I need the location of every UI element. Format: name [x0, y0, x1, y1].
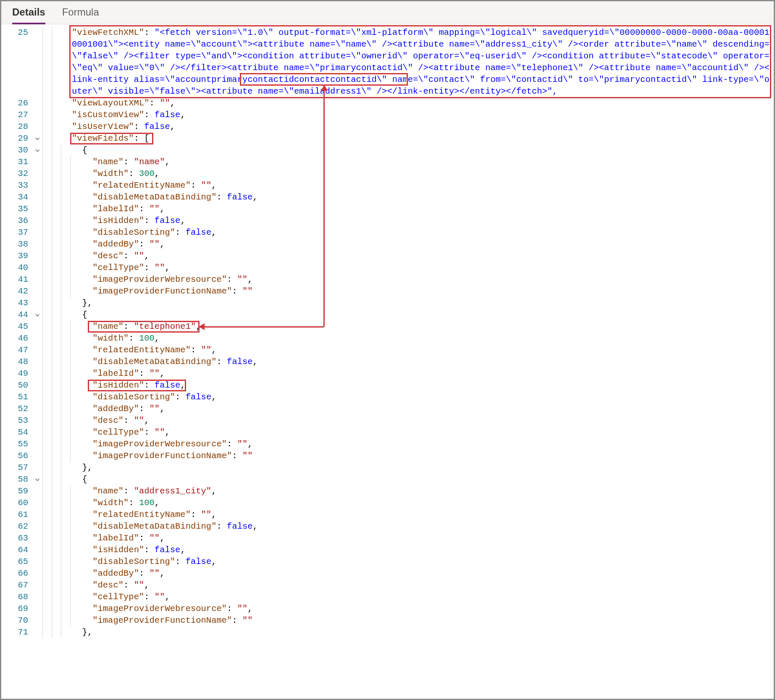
fold-cell[interactable] [32, 368, 42, 380]
code-line[interactable]: "desc": "", [72, 415, 770, 427]
fold-cell[interactable] [32, 333, 42, 344]
fold-cell[interactable] [32, 180, 42, 191]
fold-cell[interactable] [32, 27, 42, 97]
code-line[interactable]: "disableMetaDataBinding": false, [72, 356, 770, 368]
code-line[interactable]: "isHidden": false, [72, 544, 770, 556]
fold-cell[interactable] [32, 227, 42, 239]
code-line[interactable]: { [72, 144, 770, 156]
code-line[interactable]: "name": "name", [72, 156, 770, 168]
fold-cell[interactable] [32, 627, 42, 638]
code-line[interactable]: "disableSorting": false, [72, 556, 770, 568]
code-line[interactable]: "addedBy": "", [72, 568, 770, 579]
fold-cell[interactable] [32, 168, 42, 180]
code-line[interactable]: }, [72, 297, 770, 309]
code-line[interactable]: "disableSorting": false, [72, 391, 770, 403]
code-line[interactable]: "cellType": "", [72, 591, 770, 603]
code-line[interactable]: "desc": "", [72, 579, 770, 591]
fold-cell[interactable] [32, 250, 42, 262]
fold-cell[interactable] [32, 615, 42, 627]
fold-cell[interactable] [32, 109, 42, 121]
fold-cell[interactable] [32, 391, 42, 403]
fold-cell[interactable] [32, 403, 42, 415]
fold-cell[interactable] [32, 274, 42, 286]
fold-cell[interactable] [32, 144, 42, 156]
fold-cell[interactable] [32, 97, 42, 109]
fold-cell[interactable] [32, 521, 42, 532]
fold-cell[interactable] [32, 262, 42, 274]
chevron-down-icon[interactable] [34, 477, 40, 482]
chevron-down-icon[interactable] [34, 312, 40, 318]
code-line[interactable]: { [72, 309, 770, 321]
code-line[interactable]: "width": 100, [72, 333, 770, 344]
fold-cell[interactable] [32, 532, 42, 544]
chevron-down-icon[interactable] [34, 136, 40, 142]
fold-cell[interactable] [32, 203, 42, 215]
fold-cell[interactable] [32, 509, 42, 521]
code-line[interactable]: "isUserView": false, [72, 121, 770, 133]
fold-cell[interactable] [32, 133, 42, 144]
fold-cell[interactable] [32, 497, 42, 509]
fold-cell[interactable] [32, 344, 42, 356]
fold-cell[interactable] [32, 603, 42, 615]
code-line[interactable]: "imageProviderFunctionName": "" [72, 450, 770, 462]
code-line[interactable]: "isHidden": false, [72, 215, 770, 227]
code-line[interactable]: "imageProviderWebresource": "", [72, 274, 770, 286]
code-line[interactable]: "labelId": "", [72, 203, 770, 215]
fold-cell[interactable] [32, 579, 42, 591]
fold-cell[interactable] [32, 286, 42, 297]
code-line[interactable]: "width": 100, [72, 497, 770, 509]
code-line[interactable]: "disableSorting": false, [72, 227, 770, 239]
code-line[interactable]: "viewLayoutXML": "", [72, 97, 770, 109]
tab-details[interactable]: Details [12, 6, 45, 24]
code-line[interactable]: "labelId": "", [72, 368, 770, 380]
code-line[interactable]: "cellType": "", [72, 427, 770, 438]
code-line[interactable]: }, [72, 627, 770, 638]
code-line[interactable]: "isHidden": false, [72, 380, 770, 391]
code-line[interactable]: "name": "telephone1", [72, 321, 770, 333]
fold-cell[interactable] [32, 215, 42, 227]
tab-formula[interactable]: Formula [62, 6, 99, 24]
fold-cell[interactable] [32, 191, 42, 203]
code-editor[interactable]: 2526272829303132333435363738394041424344… [1, 24, 774, 638]
code-line[interactable]: "addedBy": "", [72, 403, 770, 415]
fold-cell[interactable] [32, 309, 42, 321]
code-line[interactable]: "viewFields": [ [72, 133, 770, 144]
code-line[interactable]: "cellType": "", [72, 262, 770, 274]
fold-cell[interactable] [32, 450, 42, 462]
code-line[interactable]: "imageProviderFunctionName": "" [72, 286, 770, 297]
fold-cell[interactable] [32, 427, 42, 438]
code-line[interactable]: "name": "address1_city", [72, 485, 770, 497]
code-line[interactable]: }, [72, 462, 770, 474]
code-content[interactable]: "viewFetchXML": "<fetch version=\"1.0\" … [72, 27, 774, 638]
fold-cell[interactable] [32, 356, 42, 368]
fold-cell[interactable] [32, 297, 42, 309]
code-line[interactable]: "imageProviderFunctionName": "" [72, 615, 770, 627]
fold-cell[interactable] [32, 474, 42, 485]
fold-cell[interactable] [32, 321, 42, 333]
fold-cell[interactable] [32, 485, 42, 497]
code-line[interactable]: "isCustomView": false, [72, 109, 770, 121]
fold-cell[interactable] [32, 462, 42, 474]
fold-gutter[interactable] [32, 27, 42, 638]
fold-cell[interactable] [32, 156, 42, 168]
code-line[interactable]: "disableMetaDataBinding": false, [72, 191, 770, 203]
code-line[interactable]: "desc": "", [72, 250, 770, 262]
code-line[interactable]: "imageProviderWebresource": "", [72, 438, 770, 450]
code-line[interactable]: "labelId": "", [72, 532, 770, 544]
fold-cell[interactable] [32, 239, 42, 250]
code-line[interactable]: "viewFetchXML": "<fetch version=\"1.0\" … [72, 27, 770, 97]
code-line[interactable]: "relatedEntityName": "", [72, 344, 770, 356]
fold-cell[interactable] [32, 568, 42, 579]
fold-cell[interactable] [32, 415, 42, 427]
fold-cell[interactable] [32, 556, 42, 568]
fold-cell[interactable] [32, 380, 42, 391]
fold-cell[interactable] [32, 121, 42, 133]
fold-cell[interactable] [32, 591, 42, 603]
chevron-down-icon[interactable] [34, 147, 40, 153]
fold-cell[interactable] [32, 438, 42, 450]
code-line[interactable]: "relatedEntityName": "", [72, 180, 770, 191]
code-line[interactable]: "relatedEntityName": "", [72, 509, 770, 521]
code-line[interactable]: "width": 300, [72, 168, 770, 180]
fold-cell[interactable] [32, 544, 42, 556]
code-line[interactable]: "addedBy": "", [72, 239, 770, 250]
